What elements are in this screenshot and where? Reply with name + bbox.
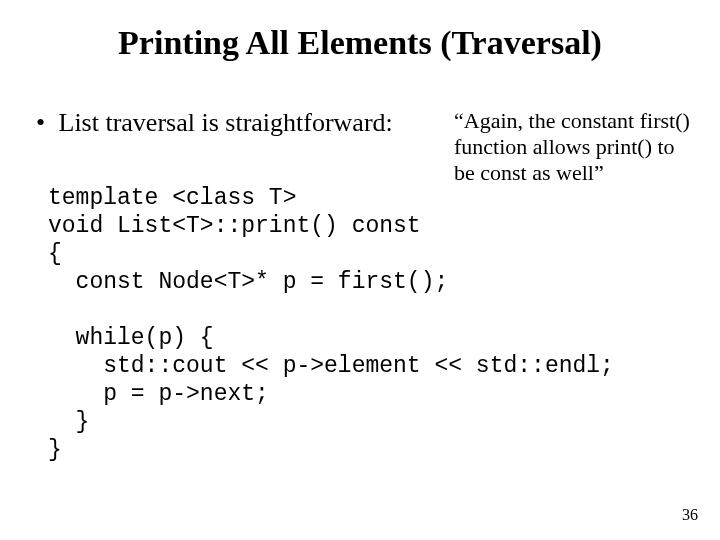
- bullet-marker: •: [36, 108, 52, 138]
- slide: Printing All Elements (Traversal) • List…: [0, 0, 720, 540]
- code-block: template <class T> void List<T>::print()…: [48, 184, 614, 464]
- bullet-text: List traversal is straightforward:: [59, 108, 393, 137]
- bullet-item: • List traversal is straightforward:: [36, 108, 393, 138]
- side-note: “Again, the constant first() function al…: [454, 108, 692, 186]
- page-number: 36: [682, 506, 698, 524]
- slide-title: Printing All Elements (Traversal): [0, 24, 720, 62]
